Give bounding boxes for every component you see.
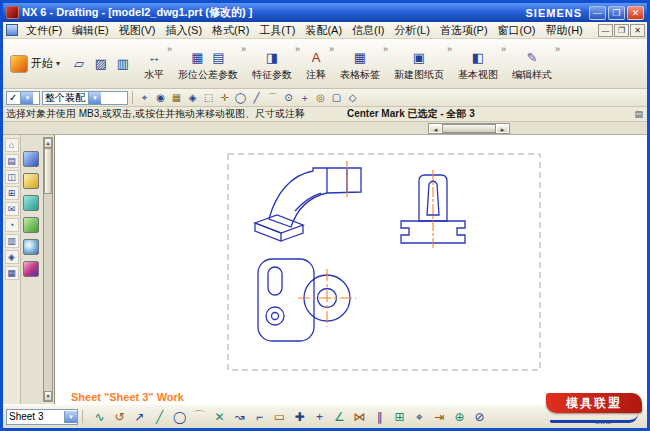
toolbar-group[interactable]: ◨ 特征参数 [245,44,299,83]
toolbar-group-icon[interactable]: ▦ [189,48,207,66]
minimize-button[interactable]: — [589,6,606,20]
menu-item[interactable]: 格式(R) [207,22,254,39]
sheet-selector-combo[interactable]: Sheet 3 ▾ [6,409,78,425]
snap-filter-icon[interactable]: ◉ [153,90,168,105]
snap-filter-icon[interactable]: ⊙ [281,90,296,105]
scroll-left-icon[interactable]: ◂ [429,124,442,133]
menu-item[interactable]: 帮助(H) [540,22,587,39]
child-restore-button[interactable]: ❐ [614,24,629,37]
snap-filter-icon[interactable]: ⬚ [201,90,216,105]
snap-filter-icon[interactable]: ◈ [185,90,200,105]
resource-bar-icon[interactable]: ⊞ [5,186,19,200]
file-toolbar-icon[interactable]: ▱ [69,54,89,74]
toolbar-group-icon[interactable]: ↔ [145,48,163,66]
toolbar-group-icon[interactable]: ▦ [351,48,369,66]
snap-filter-icon[interactable]: ▦ [169,90,184,105]
chevron-down-icon[interactable]: ▾ [20,92,33,104]
scroll-right-icon[interactable]: ▸ [496,124,509,133]
sketch-tool-icon[interactable]: ⇥ [431,408,448,425]
sketch-tool-icon[interactable]: ⊘ [471,408,488,425]
snap-filter-icon[interactable]: ╱ [249,90,264,105]
chevron-down-icon[interactable]: ▾ [88,92,101,104]
drawing-canvas[interactable]: Sheet "Sheet 3" Work [55,135,647,404]
toolbar-group[interactable]: ▦ 表格标签 [333,44,387,83]
sketch-tool-icon[interactable]: ∿ [91,408,108,425]
toolbar-group[interactable]: ◧ 基本视图 [451,44,505,83]
menu-item[interactable]: 信息(I) [347,22,389,39]
history-icon[interactable] [23,239,39,255]
snap-filter-icon[interactable]: ▢ [329,90,344,105]
resource-bar-icon[interactable]: ⌂ [5,138,19,152]
sketch-tool-icon[interactable]: ↗ [131,408,148,425]
toolbar-group[interactable]: ↔ 水平 [137,44,171,83]
start-button[interactable]: 开始 ▾ [5,55,65,73]
toolbar-group-icon[interactable]: ▤ [210,48,228,66]
web-browser-icon[interactable] [23,217,39,233]
chevron-down-icon[interactable]: ▾ [64,411,77,423]
toolbar-group[interactable]: ▦ ▤ 形位公差参数 [171,44,245,83]
maximize-button[interactable]: ❐ [608,6,625,20]
resource-bar-icon[interactable]: ▥ [5,234,19,248]
isometric-view[interactable] [255,168,361,241]
center-mark[interactable] [298,269,356,327]
sketch-tool-icon[interactable]: ╱ [151,408,168,425]
scroll-thumb[interactable] [442,124,496,133]
snap-filter-icon[interactable]: ◎ [313,90,328,105]
vertical-scrollbar[interactable]: ▴ ▾ [43,137,53,402]
file-toolbar-icon[interactable]: ▨ [91,54,111,74]
scroll-track[interactable] [44,194,52,391]
sketch-tool-icon[interactable]: ⌒ [191,408,208,425]
menu-item[interactable]: 装配(A) [300,22,347,39]
resource-bar-icon[interactable]: ▦ [5,266,19,280]
resource-bar-icon[interactable]: ▤ [5,154,19,168]
sketch-tool-icon[interactable]: ◯ [171,408,188,425]
selection-filter-combo[interactable]: ✓ ▾ [6,91,40,105]
sketch-tool-icon[interactable]: ∥ [371,408,388,425]
resource-bar-icon[interactable]: ✉ [5,202,19,216]
menu-item[interactable]: 首选项(P) [435,22,493,39]
snap-filter-icon[interactable]: ⌒ [265,90,280,105]
menu-item[interactable]: 文件(F) [21,22,67,39]
sketch-tool-icon[interactable]: ↝ [231,408,248,425]
sketch-tool-icon[interactable]: ✚ [291,408,308,425]
child-minimize-button[interactable]: — [598,24,613,37]
toolbar-group[interactable]: A 注释 [299,44,333,83]
child-close-button[interactable]: ✕ [630,24,645,37]
sketch-tool-icon[interactable]: ＋ [311,408,328,425]
toolbar-group-icon[interactable]: A [307,48,325,66]
snap-filter-icon[interactable]: ＋ [297,90,312,105]
toolbar-group-icon[interactable]: ▣ [410,48,428,66]
close-button[interactable]: ✕ [627,6,644,20]
menu-item[interactable]: 插入(S) [160,22,207,39]
scroll-thumb[interactable] [44,148,52,194]
resource-bar-icon[interactable]: ◫ [5,170,19,184]
menu-item[interactable]: 视图(V) [114,22,161,39]
hd3d-tools-icon[interactable] [23,195,39,211]
snap-filter-icon[interactable]: ✛ [217,90,232,105]
sketch-tool-icon[interactable]: ∠ [331,408,348,425]
menu-item[interactable]: 工具(T) [254,22,300,39]
sketch-tool-icon[interactable]: ↺ [111,408,128,425]
menu-item[interactable]: 编辑(E) [67,22,114,39]
materials-palette-icon[interactable] [23,261,39,277]
part-navigator-icon[interactable] [23,151,39,167]
horizontal-scrollbar[interactable]: ◂ ▸ [428,123,510,134]
file-toolbar-icon[interactable]: ▥ [113,54,133,74]
sketch-tool-icon[interactable]: ⊞ [391,408,408,425]
sketch-tool-icon[interactable]: ⌐ [251,408,268,425]
toolbar-group-icon[interactable]: ◧ [469,48,487,66]
reuse-library-icon[interactable] [23,173,39,189]
sketch-tool-icon[interactable]: ✕ [211,408,228,425]
menu-item[interactable]: 窗口(O) [493,22,541,39]
selection-scope-combo[interactable]: 整个装配 ▾ [42,91,128,105]
title-bar[interactable]: NX 6 - Drafting - [model2_dwg1.prt (修改的)… [3,3,647,22]
scroll-down-icon[interactable]: ▾ [44,391,52,401]
sketch-tool-icon[interactable]: ⌖ [411,408,428,425]
top-view[interactable] [258,259,350,341]
sketch-tool-icon[interactable]: ⋈ [351,408,368,425]
snap-filter-icon[interactable]: ◇ [345,90,360,105]
sketch-tool-icon[interactable]: ⊕ [451,408,468,425]
resource-bar-icon[interactable]: ◔ [5,218,19,232]
snap-filter-icon[interactable]: ◯ [233,90,248,105]
resource-bar-icon[interactable]: ◈ [5,250,19,264]
